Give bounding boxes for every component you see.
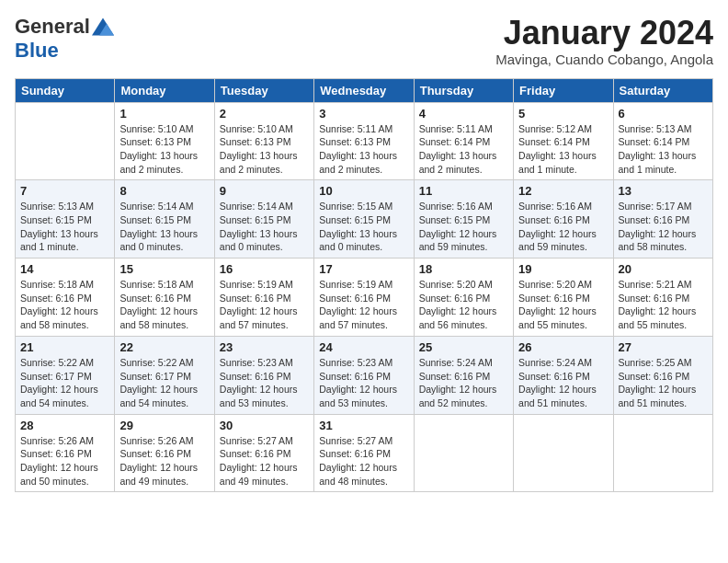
title-block: January 2024 Mavinga, Cuando Cobango, An… (495, 15, 713, 67)
calendar-cell: 4Sunrise: 5:11 AMSunset: 6:14 PMDaylight… (414, 102, 513, 180)
day-info: Sunrise: 5:18 AMSunset: 6:16 PMDaylight:… (20, 278, 109, 332)
day-info: Sunrise: 5:22 AMSunset: 6:17 PMDaylight:… (119, 356, 209, 410)
day-number: 5 (518, 107, 608, 121)
day-info: Sunrise: 5:27 AMSunset: 6:16 PMDaylight:… (319, 434, 408, 488)
day-info: Sunrise: 5:17 AMSunset: 6:16 PMDaylight:… (619, 200, 708, 254)
calendar-table: SundayMondayTuesdayWednesdayThursdayFrid… (15, 78, 713, 493)
logo-general: General (15, 15, 90, 39)
calendar-cell: 10Sunrise: 5:15 AMSunset: 6:15 PMDayligh… (314, 180, 414, 259)
calendar-week-row: 21Sunrise: 5:22 AMSunset: 6:17 PMDayligh… (16, 336, 713, 414)
day-info: Sunrise: 5:26 AMSunset: 6:16 PMDaylight:… (20, 434, 109, 488)
day-number: 30 (220, 419, 309, 432)
calendar-cell: 27Sunrise: 5:25 AMSunset: 6:16 PMDayligh… (613, 336, 712, 414)
calendar-week-row: 28Sunrise: 5:26 AMSunset: 6:16 PMDayligh… (16, 414, 713, 492)
day-number: 29 (119, 419, 209, 432)
calendar-cell: 31Sunrise: 5:27 AMSunset: 6:16 PMDayligh… (314, 414, 414, 492)
day-number: 19 (518, 262, 608, 276)
calendar-cell: 14Sunrise: 5:18 AMSunset: 6:16 PMDayligh… (16, 259, 115, 337)
day-number: 20 (619, 262, 708, 276)
calendar-cell: 23Sunrise: 5:23 AMSunset: 6:16 PMDayligh… (214, 336, 313, 414)
calendar-week-row: 1Sunrise: 5:10 AMSunset: 6:13 PMDaylight… (16, 102, 713, 180)
column-header-monday: Monday (115, 78, 214, 102)
day-number: 1 (119, 107, 209, 121)
day-info: Sunrise: 5:19 AMSunset: 6:16 PMDaylight:… (220, 278, 309, 332)
day-info: Sunrise: 5:18 AMSunset: 6:16 PMDaylight:… (119, 278, 209, 332)
column-header-friday: Friday (514, 78, 613, 102)
calendar-cell: 29Sunrise: 5:26 AMSunset: 6:16 PMDayligh… (115, 414, 214, 492)
day-info: Sunrise: 5:10 AMSunset: 6:13 PMDaylight:… (220, 122, 309, 177)
calendar-cell: 30Sunrise: 5:27 AMSunset: 6:16 PMDayligh… (214, 414, 313, 492)
day-number: 7 (20, 184, 109, 198)
calendar-cell: 22Sunrise: 5:22 AMSunset: 6:17 PMDayligh… (115, 336, 214, 414)
day-number: 13 (619, 184, 708, 198)
calendar-cell (613, 414, 712, 492)
calendar-header-row: SundayMondayTuesdayWednesdayThursdayFrid… (16, 78, 713, 102)
calendar-cell: 24Sunrise: 5:23 AMSunset: 6:16 PMDayligh… (314, 336, 414, 414)
day-info: Sunrise: 5:24 AMSunset: 6:16 PMDaylight:… (419, 356, 508, 410)
calendar-cell: 12Sunrise: 5:16 AMSunset: 6:16 PMDayligh… (514, 180, 613, 259)
calendar-cell: 17Sunrise: 5:19 AMSunset: 6:16 PMDayligh… (314, 259, 414, 337)
day-info: Sunrise: 5:14 AMSunset: 6:15 PMDaylight:… (119, 200, 209, 254)
day-number: 21 (20, 340, 109, 354)
day-number: 16 (220, 262, 309, 276)
day-info: Sunrise: 5:24 AMSunset: 6:16 PMDaylight:… (518, 356, 608, 410)
logo-icon (92, 17, 114, 36)
day-number: 10 (319, 184, 408, 198)
calendar-week-row: 7Sunrise: 5:13 AMSunset: 6:15 PMDaylight… (16, 180, 713, 259)
logo-blue: Blue (15, 39, 59, 63)
page-header: General Blue January 2024 Mavinga, Cuand… (15, 15, 713, 67)
day-info: Sunrise: 5:22 AMSunset: 6:17 PMDaylight:… (20, 356, 109, 410)
day-info: Sunrise: 5:25 AMSunset: 6:16 PMDaylight:… (619, 356, 708, 410)
day-info: Sunrise: 5:27 AMSunset: 6:16 PMDaylight:… (220, 434, 309, 488)
day-number: 11 (419, 184, 508, 198)
calendar-week-row: 14Sunrise: 5:18 AMSunset: 6:16 PMDayligh… (16, 259, 713, 337)
day-info: Sunrise: 5:11 AMSunset: 6:13 PMDaylight:… (319, 122, 408, 177)
day-info: Sunrise: 5:16 AMSunset: 6:16 PMDaylight:… (518, 200, 608, 254)
day-info: Sunrise: 5:16 AMSunset: 6:15 PMDaylight:… (419, 200, 508, 254)
calendar-cell: 8Sunrise: 5:14 AMSunset: 6:15 PMDaylight… (115, 180, 214, 259)
calendar-cell: 20Sunrise: 5:21 AMSunset: 6:16 PMDayligh… (613, 259, 712, 337)
day-number: 12 (518, 184, 608, 198)
day-number: 26 (518, 340, 608, 354)
day-info: Sunrise: 5:14 AMSunset: 6:15 PMDaylight:… (220, 200, 309, 254)
day-info: Sunrise: 5:10 AMSunset: 6:13 PMDaylight:… (119, 122, 209, 177)
day-number: 6 (619, 107, 708, 121)
day-number: 28 (20, 419, 109, 432)
day-info: Sunrise: 5:13 AMSunset: 6:14 PMDaylight:… (619, 122, 708, 177)
day-number: 3 (319, 107, 408, 121)
calendar-cell: 28Sunrise: 5:26 AMSunset: 6:16 PMDayligh… (16, 414, 115, 492)
logo: General Blue (15, 15, 114, 63)
day-number: 4 (419, 107, 508, 121)
day-info: Sunrise: 5:20 AMSunset: 6:16 PMDaylight:… (518, 278, 608, 332)
column-header-saturday: Saturday (613, 78, 712, 102)
calendar-cell: 11Sunrise: 5:16 AMSunset: 6:15 PMDayligh… (414, 180, 513, 259)
column-header-thursday: Thursday (414, 78, 513, 102)
calendar-cell (16, 102, 115, 180)
calendar-cell: 18Sunrise: 5:20 AMSunset: 6:16 PMDayligh… (414, 259, 513, 337)
column-header-sunday: Sunday (16, 78, 115, 102)
calendar-cell: 19Sunrise: 5:20 AMSunset: 6:16 PMDayligh… (514, 259, 613, 337)
day-number: 14 (20, 262, 109, 276)
calendar-cell: 13Sunrise: 5:17 AMSunset: 6:16 PMDayligh… (613, 180, 712, 259)
day-number: 25 (419, 340, 508, 354)
calendar-cell: 9Sunrise: 5:14 AMSunset: 6:15 PMDaylight… (214, 180, 313, 259)
day-info: Sunrise: 5:26 AMSunset: 6:16 PMDaylight:… (119, 434, 209, 488)
day-number: 8 (119, 184, 209, 198)
calendar-cell: 15Sunrise: 5:18 AMSunset: 6:16 PMDayligh… (115, 259, 214, 337)
location-subtitle: Mavinga, Cuando Cobango, Angola (495, 52, 713, 67)
column-header-wednesday: Wednesday (314, 78, 414, 102)
calendar-cell: 6Sunrise: 5:13 AMSunset: 6:14 PMDaylight… (613, 102, 712, 180)
day-info: Sunrise: 5:15 AMSunset: 6:15 PMDaylight:… (319, 200, 408, 254)
day-number: 22 (119, 340, 209, 354)
calendar-cell (514, 414, 613, 492)
day-info: Sunrise: 5:12 AMSunset: 6:14 PMDaylight:… (518, 122, 608, 177)
calendar-cell: 5Sunrise: 5:12 AMSunset: 6:14 PMDaylight… (514, 102, 613, 180)
day-number: 18 (419, 262, 508, 276)
month-title: January 2024 (495, 15, 713, 52)
day-number: 17 (319, 262, 408, 276)
day-number: 24 (319, 340, 408, 354)
calendar-cell: 2Sunrise: 5:10 AMSunset: 6:13 PMDaylight… (214, 102, 313, 180)
day-info: Sunrise: 5:11 AMSunset: 6:14 PMDaylight:… (419, 122, 508, 177)
day-info: Sunrise: 5:23 AMSunset: 6:16 PMDaylight:… (319, 356, 408, 410)
day-number: 15 (119, 262, 209, 276)
